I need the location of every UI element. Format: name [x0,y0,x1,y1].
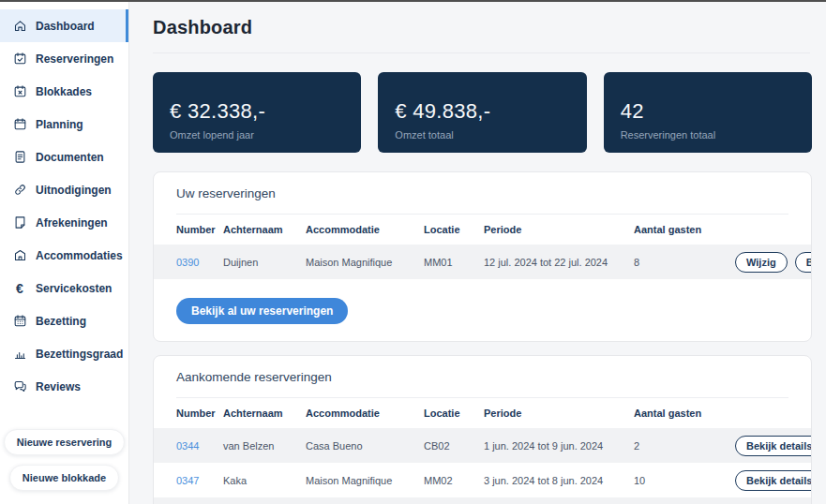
cell-accommodatie: Maison Magnifique [306,475,416,486]
column-header-achternaam: Achternaam [223,408,298,419]
column-header-achternaam: Achternaam [223,224,298,235]
cell-aantal-gasten: 8 [634,257,728,268]
sidebar-item-label: Bezetting [36,315,86,328]
your-reservations-table-header: NumberAchternaamAccommodatieLocatiePerio… [154,215,811,245]
cell-achternaam: van Belzen [223,440,298,452]
sidebar-item-label: Dashboard [36,20,95,33]
sidebar-item-label: Uitnodigingen [36,184,112,197]
sidebar-item-servicekosten[interactable]: €Servicekosten [0,272,128,304]
table-row: 0347KakaMaison MagnifiqueMM023 jun. 2024… [154,463,811,497]
cell-locatie: MM01 [424,257,476,268]
calendar-x-icon [12,84,27,99]
your-reservations-title: Uw reserveringen [154,186,811,200]
column-header-accommodatie: Accommodatie [306,408,416,419]
view-all-reservations-button[interactable]: Bekijk al uw reserveringen [176,298,348,324]
upcoming-reservations-table-body: 0344van BelzenCasa BuenoCB021 jun. 2024 … [154,428,811,504]
your-reservations-table-body: 0390DuijnenMaison MagnifiqueMM0112 jul. … [154,245,811,279]
calendar-icon [12,117,27,132]
row-actions: Bekijk details [735,436,812,456]
stat-card-reserveringen-totaal: 42Reserveringen totaal [604,72,812,153]
wijzig-button[interactable]: Wijzig [735,252,788,273]
row-actions: WijzigBekijk details [735,252,812,273]
sidebar: DashboardReserveringenBlokkadesPlanningD… [0,2,129,504]
sidebar-item-label: Documenten [36,151,104,164]
cell-periode: 1 jun. 2024 tot 9 jun. 2024 [484,440,626,452]
chat-icon [12,379,27,394]
cell-achternaam: Duijnen [223,257,298,268]
stat-card-omzet-totaal: € 49.838,-Omzet totaal [378,72,586,153]
column-header-aantal-gasten: Aantal gasten [634,224,728,235]
sidebar-actions: Nieuwe reserveringNieuwe blokkade [0,429,128,491]
sidebar-item-accommodaties[interactable]: Accommodaties [0,239,128,272]
column-header-periode: Periode [484,224,626,235]
upcoming-reservations-table-header: NumberAchternaamAccommodatieLocatiePerio… [154,398,811,428]
sidebar-item-bezettingsgraad[interactable]: Bezettingsgraad [0,337,128,370]
nieuwe-blokkade-button[interactable]: Nieuwe blokkade [9,465,119,491]
cell-accommodatie: Casa Bueno [306,440,416,452]
column-header-number: Number [176,408,216,419]
column-header-number: Number [176,224,216,235]
upcoming-reservations-card: Aankomende reserveringen NumberAchternaa… [153,355,812,504]
reservation-number-link[interactable]: 0390 [176,257,199,268]
nieuwe-reservering-button[interactable]: Nieuwe reservering [4,429,126,455]
cell-locatie: CB02 [424,440,476,452]
sidebar-item-afrekeningen[interactable]: Afrekeningen [0,206,128,239]
table-row: 0390DuijnenMaison MagnifiqueMM0112 jul. … [154,245,811,279]
bekijk-details-button[interactable]: Bekijk details [795,252,812,273]
column-header-aantal-gasten: Aantal gasten [634,408,728,419]
column-header-locatie: Locatie [424,408,476,419]
stat-value: € 49.838,- [395,99,569,124]
sidebar-item-label: Planning [36,118,83,131]
your-reservations-card: Uw reserveringen NumberAchternaamAccommo… [153,171,812,342]
invoice-icon [12,215,27,230]
sidebar-item-dashboard[interactable]: Dashboard [0,9,128,42]
sidebar-item-label: Afrekeningen [36,216,108,230]
app-window: DashboardReserveringenBlokkadesPlanningD… [0,0,826,504]
stat-value: 42 [621,99,795,124]
column-header-periode: Periode [484,408,626,419]
stat-value: € 32.338,- [170,99,344,124]
accommodation-icon [12,248,27,263]
cell-number: 0344 [176,440,216,452]
cell-locatie: MM02 [424,475,476,486]
calendar-grid-icon [12,314,27,329]
euro-icon: € [12,281,27,296]
sidebar-item-label: Accommodaties [36,249,123,262]
cell-aantal-gasten: 10 [634,475,728,486]
sidebar-item-bezetting[interactable]: Bezetting [0,304,128,337]
sidebar-item-label: Reviews [36,380,81,393]
calendar-check-icon [12,52,27,67]
sidebar-item-label: Blokkades [36,85,92,98]
page-title: Dashboard [153,17,812,38]
column-header-accommodatie: Accommodatie [306,224,416,235]
bar-chart-icon [12,347,27,362]
cell-periode: 12 jul. 2024 tot 22 jul. 2024 [484,257,626,268]
reservation-number-link[interactable]: 0347 [176,475,199,486]
app-frame: DashboardReserveringenBlokkadesPlanningD… [0,2,826,504]
link-icon [12,183,27,198]
main-content: Dashboard € 32.338,-Omzet lopend jaar€ 4… [129,2,826,504]
sidebar-item-documenten[interactable]: Documenten [0,141,128,173]
reservation-number-link[interactable]: 0344 [176,440,199,452]
stat-cards: € 32.338,-Omzet lopend jaar€ 49.838,-Omz… [153,72,812,153]
sidebar-item-reserveringen[interactable]: Reserveringen [0,42,128,75]
table-row: 0344van BelzenCasa BuenoCB021 jun. 2024 … [154,428,811,463]
stat-label: Reserveringen totaal [621,129,795,141]
bekijk-details-button[interactable]: Bekijk details [735,436,812,456]
cell-number: 0390 [176,257,216,268]
stat-label: Omzet totaal [395,129,569,141]
sidebar-nav: DashboardReserveringenBlokkadesPlanningD… [0,9,128,403]
sidebar-item-reviews[interactable]: Reviews [0,370,128,403]
sidebar-item-blokkades[interactable]: Blokkades [0,75,128,108]
column-header-locatie: Locatie [424,224,476,235]
cell-periode: 3 jun. 2024 tot 8 jun. 2024 [484,475,626,486]
document-icon [12,150,27,165]
sidebar-item-label: Reserveringen [36,52,113,66]
sidebar-item-planning[interactable]: Planning [0,108,128,141]
bekijk-details-button[interactable]: Bekijk details [735,470,812,491]
cell-aantal-gasten: 2 [634,440,728,452]
home-icon [12,19,27,34]
sidebar-item-uitnodigingen[interactable]: Uitnodigingen [0,173,128,206]
stat-card-omzet-lopend-jaar: € 32.338,-Omzet lopend jaar [153,72,361,153]
row-actions: Bekijk details [735,470,812,491]
